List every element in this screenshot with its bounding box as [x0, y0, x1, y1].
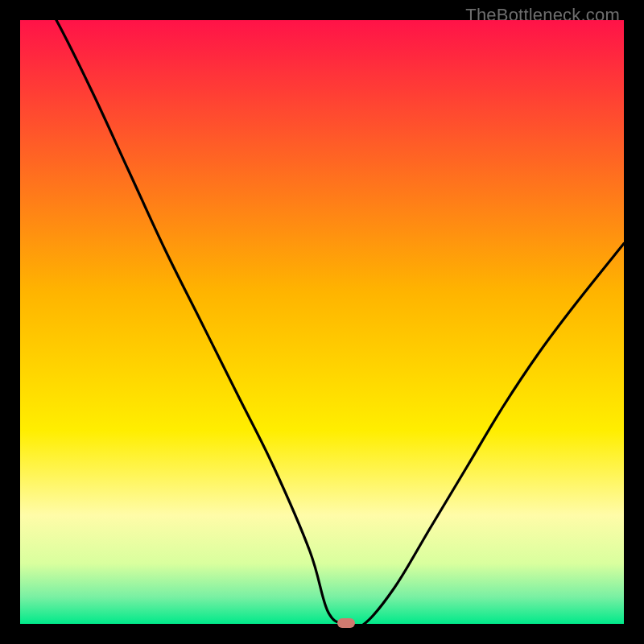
plot-area [20, 20, 624, 624]
curve-layer [20, 20, 624, 624]
bottleneck-curve [20, 20, 624, 624]
chart-frame: TheBottleneck.com [0, 0, 644, 644]
optimum-marker [337, 618, 355, 628]
